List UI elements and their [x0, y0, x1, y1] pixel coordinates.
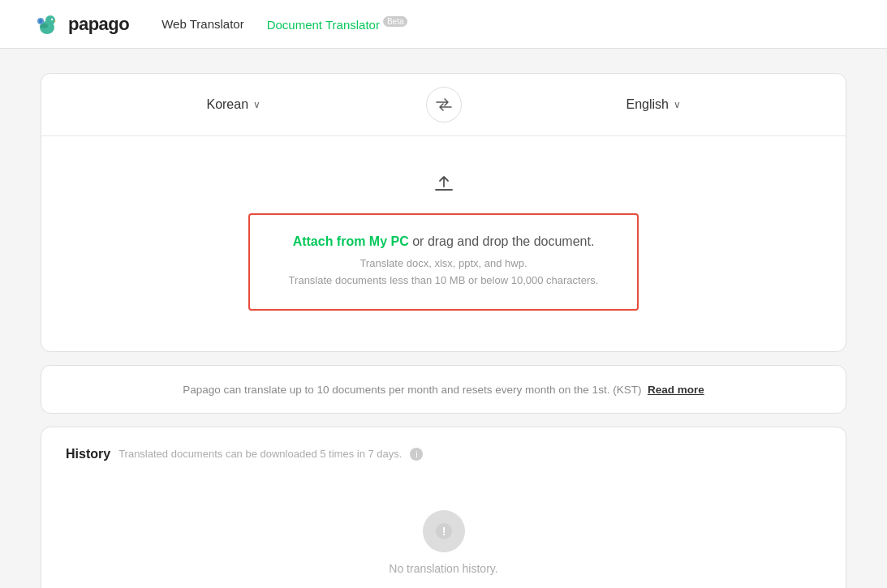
target-lang-selector[interactable]: English ∨ — [462, 91, 846, 118]
svg-text:!: ! — [441, 525, 446, 538]
document-translator-link[interactable]: Document TranslatorBeta — [267, 17, 408, 32]
read-more-link[interactable]: Read more — [648, 384, 704, 396]
history-header: History Translated documents can be down… — [66, 447, 821, 461]
empty-state: ! No translation history. — [66, 494, 821, 588]
translator-card: Korean ∨ English ∨ — [41, 73, 846, 352]
attach-highlight: Attach from My PC — [293, 234, 409, 248]
target-lang-label: English — [626, 97, 669, 112]
info-card: Papago can translate up to 10 documents … — [41, 365, 846, 414]
target-lang-chevron: ∨ — [674, 99, 681, 110]
empty-text: No translation history. — [389, 562, 497, 575]
lang-bar: Korean ∨ English ∨ — [41, 74, 846, 136]
upload-area: Attach from My PC or drag and drop the d… — [41, 136, 846, 351]
svg-point-2 — [45, 15, 55, 25]
nav-links: Web Translator Document TranslatorBeta — [161, 17, 407, 32]
drop-zone-sub2: Translate documents less than 10 MB or b… — [289, 273, 599, 290]
papago-logo-icon — [32, 10, 62, 39]
logo-area: papago — [32, 10, 129, 39]
swap-icon — [436, 98, 452, 111]
history-title: History — [66, 447, 110, 461]
main-content: Korean ∨ English ∨ — [0, 49, 887, 588]
web-translator-link[interactable]: Web Translator — [161, 17, 243, 31]
empty-state-icon: ! — [423, 510, 465, 552]
source-lang-chevron: ∨ — [253, 99, 261, 110]
history-info-icon[interactable]: i — [410, 448, 423, 461]
drop-zone[interactable]: Attach from My PC or drag and drop the d… — [248, 213, 639, 311]
beta-badge: Beta — [383, 16, 408, 27]
header: papago Web Translator Document Translato… — [0, 0, 887, 49]
info-text: Papago can translate up to 10 documents … — [183, 384, 704, 396]
history-card: History Translated documents can be down… — [41, 427, 846, 588]
logo-text: papago — [68, 14, 129, 35]
svg-point-7 — [39, 19, 42, 23]
drop-zone-middle-text: or drag and drop the document. — [409, 234, 595, 248]
drop-zone-sub1: Translate docx, xlsx, pptx, and hwp. — [289, 255, 599, 273]
svg-point-3 — [51, 18, 53, 19]
source-lang-selector[interactable]: Korean ∨ — [41, 91, 426, 118]
swap-button[interactable] — [426, 87, 462, 122]
source-lang-label: Korean — [206, 97, 248, 112]
upload-icon — [431, 169, 457, 200]
history-subtitle: Translated documents can be downloaded 5… — [118, 448, 402, 460]
drop-zone-title: Attach from My PC or drag and drop the d… — [289, 234, 599, 249]
